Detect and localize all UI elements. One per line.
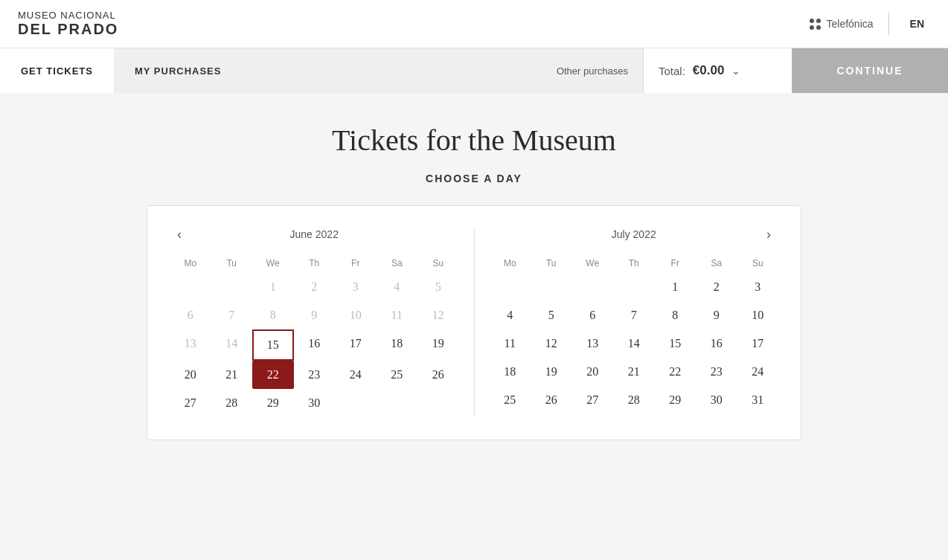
day-header: We: [252, 254, 294, 273]
day-cell[interactable]: 7: [211, 301, 253, 329]
day-cell[interactable]: 15: [252, 329, 294, 361]
day-cell[interactable]: 21: [211, 361, 253, 389]
day-cell[interactable]: 7: [613, 301, 655, 329]
day-cell[interactable]: 9: [696, 301, 737, 329]
day-cell[interactable]: 28: [211, 389, 253, 417]
day-cell[interactable]: 19: [531, 358, 572, 386]
day-cell: [170, 273, 211, 301]
day-cell[interactable]: 5: [417, 273, 459, 301]
day-cell[interactable]: 20: [572, 358, 614, 386]
day-cell[interactable]: 31: [737, 386, 779, 414]
day-cell[interactable]: 25: [377, 361, 418, 389]
total-label: Total:: [659, 65, 685, 77]
continue-button[interactable]: CONTINUE: [792, 48, 948, 93]
day-cell[interactable]: 29: [252, 389, 294, 417]
language-button[interactable]: EN: [904, 15, 930, 33]
day-cell[interactable]: 29: [655, 386, 696, 414]
day-cell[interactable]: 25: [490, 386, 531, 414]
day-cell[interactable]: 1: [655, 273, 696, 301]
day-cell[interactable]: 2: [294, 273, 336, 301]
day-cell[interactable]: 16: [696, 329, 737, 358]
day-cell[interactable]: 27: [572, 386, 614, 414]
day-cell[interactable]: 14: [613, 329, 655, 358]
day-cell[interactable]: 30: [696, 386, 737, 414]
chevron-down-icon[interactable]: ⌄: [731, 65, 740, 77]
day-header: Su: [417, 254, 459, 273]
top-header: MUSEO NACIONAL DEL PRADO Telefónica EN: [0, 0, 948, 48]
day-cell[interactable]: 4: [490, 301, 531, 329]
main-content: Tickets for the Museum CHOOSE A DAY ‹ Ju…: [0, 93, 948, 539]
day-header: Sa: [377, 254, 418, 273]
page-title: Tickets for the Museum: [15, 123, 933, 158]
day-cell[interactable]: 9: [294, 301, 336, 329]
day-cell[interactable]: 12: [531, 329, 572, 358]
day-cell[interactable]: 6: [170, 301, 211, 329]
day-cell[interactable]: 2: [696, 273, 737, 301]
my-purchases-nav[interactable]: MY PURCHASES: [114, 48, 243, 93]
day-cell[interactable]: 5: [531, 301, 572, 329]
day-cell[interactable]: 13: [572, 329, 614, 358]
day-cell[interactable]: 30: [294, 389, 336, 417]
day-cell: [417, 389, 459, 417]
day-cell: [335, 389, 377, 417]
day-cell[interactable]: 11: [377, 301, 418, 329]
day-header: We: [572, 254, 614, 273]
day-cell[interactable]: 10: [737, 301, 779, 329]
day-cell[interactable]: 17: [737, 329, 779, 358]
day-cell[interactable]: 3: [335, 273, 377, 301]
day-cell[interactable]: 27: [170, 389, 211, 417]
june-calendar-grid: MoTuWeThFrSaSu12345678910111213141516171…: [170, 254, 459, 417]
day-cell[interactable]: 23: [294, 361, 336, 389]
day-cell[interactable]: 28: [613, 386, 655, 414]
day-header: Tu: [211, 254, 253, 273]
day-cell[interactable]: 21: [613, 358, 655, 386]
day-cell[interactable]: 17: [335, 329, 377, 361]
day-cell[interactable]: 1: [252, 273, 294, 301]
other-purchases-link[interactable]: Other purchases: [542, 48, 643, 93]
june-calendar-title: June 2022: [290, 228, 339, 240]
day-cell[interactable]: 26: [417, 361, 459, 389]
day-cell[interactable]: 15: [655, 329, 696, 358]
july-calendar: July 2022 › MoTuWeThFrSaSu12345678910111…: [490, 228, 779, 417]
day-cell[interactable]: 14: [211, 329, 253, 361]
day-cell[interactable]: 12: [417, 301, 459, 329]
day-header: Sa: [696, 254, 737, 273]
day-cell[interactable]: 8: [252, 301, 294, 329]
day-cell[interactable]: 8: [655, 301, 696, 329]
telefonica-label: Telefónica: [827, 18, 874, 30]
day-cell[interactable]: 23: [696, 358, 737, 386]
day-cell[interactable]: 18: [377, 329, 418, 361]
day-cell: [531, 273, 572, 301]
calendar-container: ‹ June 2022 MoTuWeThFrSaSu12345678910111…: [147, 205, 801, 440]
day-cell[interactable]: 13: [170, 329, 211, 361]
total-amount: €0.00: [693, 63, 725, 78]
day-cell[interactable]: 19: [417, 329, 459, 361]
day-cell[interactable]: 20: [170, 361, 211, 389]
logo: MUSEO NACIONAL DEL PRADO: [18, 10, 118, 37]
july-calendar-title: July 2022: [612, 228, 656, 240]
day-cell[interactable]: 26: [531, 386, 572, 414]
prev-month-button[interactable]: ‹: [170, 224, 189, 245]
day-header: Mo: [170, 254, 211, 273]
day-cell[interactable]: 4: [377, 273, 418, 301]
day-cell[interactable]: 3: [737, 273, 779, 301]
day-cell[interactable]: 22: [252, 361, 294, 389]
day-cell[interactable]: 11: [490, 329, 531, 358]
day-cell[interactable]: 22: [655, 358, 696, 386]
day-header: Fr: [655, 254, 696, 273]
day-cell[interactable]: 24: [335, 361, 377, 389]
day-cell[interactable]: 18: [490, 358, 531, 386]
nav-bar: GET TICKETS MY PURCHASES Other purchases…: [0, 48, 948, 93]
calendar-divider: [474, 228, 475, 417]
total-section: Total: €0.00 ⌄: [643, 48, 792, 93]
next-month-button[interactable]: ›: [759, 224, 778, 245]
get-tickets-nav[interactable]: GET TICKETS: [0, 48, 114, 93]
nav-spacer: [242, 48, 541, 93]
day-cell[interactable]: 6: [572, 301, 614, 329]
day-cell[interactable]: 10: [335, 301, 377, 329]
day-cell: [572, 273, 614, 301]
header-divider: [888, 13, 889, 35]
day-cell[interactable]: 24: [737, 358, 779, 386]
day-cell: [490, 273, 531, 301]
day-cell[interactable]: 16: [294, 329, 336, 361]
